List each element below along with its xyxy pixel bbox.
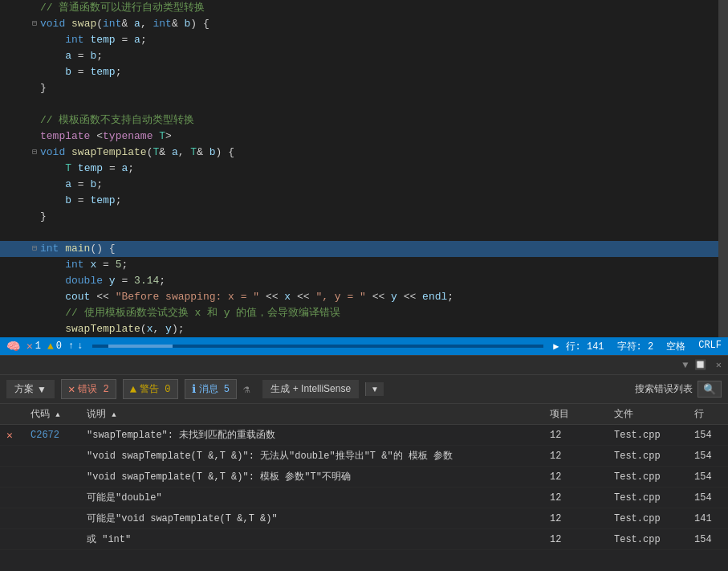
error-row-desc: "void swapTemplate(T &,T &)": 无法从"double… bbox=[80, 446, 543, 467]
solution-label: 方案 bbox=[14, 382, 34, 396]
code-line: ⊟ void swap(int& a, int& b) { bbox=[0, 16, 728, 32]
error-row-line: 154 bbox=[688, 446, 728, 467]
fold-icon[interactable]: ⊟ bbox=[29, 241, 40, 257]
search-errors-label: 搜索错误列表 bbox=[635, 382, 693, 396]
filter-icon[interactable]: ⚗ bbox=[243, 382, 250, 396]
error-row-icon bbox=[0, 508, 24, 529]
code-text: int temp = a; bbox=[40, 32, 722, 48]
col-header-icon bbox=[0, 404, 24, 425]
error-row-line: 154 bbox=[688, 467, 728, 487]
code-line-highlighted: ⊟ int main() { bbox=[0, 241, 728, 257]
code-text: int x = 5; bbox=[40, 257, 722, 273]
scroll-bar[interactable] bbox=[92, 345, 543, 348]
code-line bbox=[0, 225, 728, 241]
error-count: 1 bbox=[35, 341, 41, 352]
code-line: int x = 5; bbox=[0, 257, 728, 273]
code-text: void swapTemplate(T& a, T& b) { bbox=[40, 145, 722, 161]
code-text: cout << "Before swapping: x = " << x << … bbox=[40, 289, 722, 305]
build-button[interactable]: 生成 + IntelliSense bbox=[262, 380, 359, 398]
code-line: T temp = a; bbox=[0, 161, 728, 177]
scroll-arrow-right[interactable]: ▶ bbox=[553, 341, 559, 353]
table-row[interactable]: "void swapTemplate(T &,T &)": 模板 参数"T"不明… bbox=[0, 467, 728, 487]
code-line: swapTemplate(x, y); bbox=[0, 321, 728, 337]
error-row-line: 154 bbox=[688, 487, 728, 508]
error-list[interactable]: 代码 说明 项目 文件 行 ✕C2672"swa bbox=[0, 404, 728, 571]
error-row-code[interactable] bbox=[24, 487, 80, 508]
col-header-desc[interactable]: 说明 bbox=[80, 404, 543, 425]
table-row[interactable]: "void swapTemplate(T &,T &)": 无法从"double… bbox=[0, 446, 728, 467]
table-row[interactable]: 可能是"double"12Test.cpp154 bbox=[0, 487, 728, 508]
editor-scrollbar[interactable] bbox=[718, 0, 728, 337]
build-dropdown-button[interactable]: ▼ bbox=[365, 382, 384, 396]
code-line: b = temp; bbox=[0, 64, 728, 80]
warning-badge[interactable]: ▲ 警告 0 bbox=[123, 379, 178, 399]
error-row-code[interactable]: C2672 bbox=[24, 425, 80, 446]
error-table: 代码 说明 项目 文件 行 ✕C2672"swa bbox=[0, 404, 728, 550]
space-info: 空格 bbox=[666, 340, 685, 353]
col-header-project[interactable]: 项目 bbox=[543, 404, 608, 425]
fold-icon[interactable]: ⊟ bbox=[29, 145, 40, 161]
status-warning[interactable]: ▲ 0 bbox=[47, 341, 62, 353]
col-header-line[interactable]: 行 bbox=[688, 404, 728, 425]
code-text: } bbox=[40, 80, 722, 96]
error-row-icon bbox=[0, 529, 24, 550]
code-line: a = b; bbox=[0, 177, 728, 193]
fold-icon[interactable]: ⊟ bbox=[29, 16, 40, 32]
pin-icon[interactable]: ▼ 🔲 bbox=[679, 357, 709, 373]
panel-header: 方案 ▼ ✕ 错误 2 ▲ 警告 0 ℹ 消息 5 ⚗ 生成 + Intelli… bbox=[0, 375, 728, 404]
error-row-code[interactable] bbox=[24, 529, 80, 550]
error-table-body: ✕C2672"swapTemplate": 未找到匹配的重载函数12Test.c… bbox=[0, 425, 728, 550]
crlf-info: CRLF bbox=[698, 340, 722, 353]
table-row[interactable]: 可能是"void swapTemplate(T &,T &)"12Test.cp… bbox=[0, 508, 728, 529]
error-row-file: Test.cpp bbox=[608, 508, 688, 529]
status-bar: 🧠 ✕ 1 ▲ 0 ↑ ↓ ▶ 行: 141 字符: 2 空格 CRLF bbox=[0, 337, 728, 355]
arrow-down-icon[interactable]: ↓ bbox=[77, 341, 83, 352]
code-line: a = b; bbox=[0, 48, 728, 64]
error-badge[interactable]: ✕ 错误 2 bbox=[61, 379, 116, 399]
code-text: template <typename T> bbox=[40, 128, 722, 145]
error-row-file: Test.cpp bbox=[608, 446, 688, 467]
error-row-project: 12 bbox=[543, 529, 608, 550]
error-row-project: 12 bbox=[543, 425, 608, 446]
bottom-panel: ▼ 🔲 ✕ 方案 ▼ ✕ 错误 2 ▲ 警告 0 ℹ 消息 5 ⚗ 生成 + I… bbox=[0, 355, 728, 571]
code-text: // 普通函数可以进行自动类型转换 bbox=[40, 0, 722, 16]
error-row-project: 12 bbox=[543, 467, 608, 487]
col-header-code[interactable]: 代码 bbox=[24, 404, 80, 425]
char-info: 字符: 2 bbox=[617, 340, 654, 353]
error-row-line: 154 bbox=[688, 529, 728, 550]
error-row-line: 154 bbox=[688, 425, 728, 446]
table-row[interactable]: ✕C2672"swapTemplate": 未找到匹配的重载函数12Test.c… bbox=[0, 425, 728, 446]
code-line: // 使用模板函数尝试交换 x 和 y 的值，会导致编译错误 bbox=[0, 305, 728, 321]
error-row-icon bbox=[0, 487, 24, 508]
error-row-code[interactable] bbox=[24, 467, 80, 487]
info-badge-icon: ℹ bbox=[192, 382, 196, 396]
arrow-up-icon[interactable]: ↑ bbox=[68, 341, 74, 352]
build-label: 生成 + IntelliSense bbox=[270, 382, 351, 396]
error-row-desc: "void swapTemplate(T &,T &)": 模板 参数"T"不明… bbox=[80, 467, 543, 487]
status-error[interactable]: ✕ 1 bbox=[26, 340, 41, 353]
code-line: int temp = a; bbox=[0, 32, 728, 48]
table-header-row: 代码 说明 项目 文件 行 bbox=[0, 404, 728, 425]
search-errors-container: 搜索错误列表 🔍 bbox=[635, 381, 722, 398]
code-text: a = b; bbox=[40, 48, 722, 64]
code-content: // 普通函数可以进行自动类型转换 ⊟ void swap(int& a, in… bbox=[0, 0, 728, 337]
info-badge[interactable]: ℹ 消息 5 bbox=[185, 379, 237, 399]
code-line bbox=[0, 96, 728, 112]
error-row-file: Test.cpp bbox=[608, 467, 688, 487]
error-row-file: Test.cpp bbox=[608, 487, 688, 508]
error-row-code[interactable] bbox=[24, 446, 80, 467]
warning-badge-icon: ▲ bbox=[130, 383, 136, 396]
close-button[interactable]: ✕ bbox=[713, 357, 725, 373]
code-text: int main() { bbox=[40, 241, 722, 257]
solution-dropdown-button[interactable]: 方案 ▼ bbox=[6, 380, 55, 398]
code-text: b = temp; bbox=[40, 193, 722, 209]
code-text: } bbox=[40, 209, 722, 225]
code-editor[interactable]: // 普通函数可以进行自动类型转换 ⊟ void swap(int& a, in… bbox=[0, 0, 728, 337]
code-text: a = b; bbox=[40, 177, 722, 193]
error-row-code[interactable] bbox=[24, 508, 80, 529]
col-header-file[interactable]: 文件 bbox=[608, 404, 688, 425]
table-row[interactable]: 或 "int"12Test.cpp154 bbox=[0, 529, 728, 550]
search-button[interactable]: 🔍 bbox=[697, 381, 722, 398]
code-text: T temp = a; bbox=[40, 161, 722, 177]
status-arrows[interactable]: ↑ ↓ bbox=[68, 341, 83, 352]
